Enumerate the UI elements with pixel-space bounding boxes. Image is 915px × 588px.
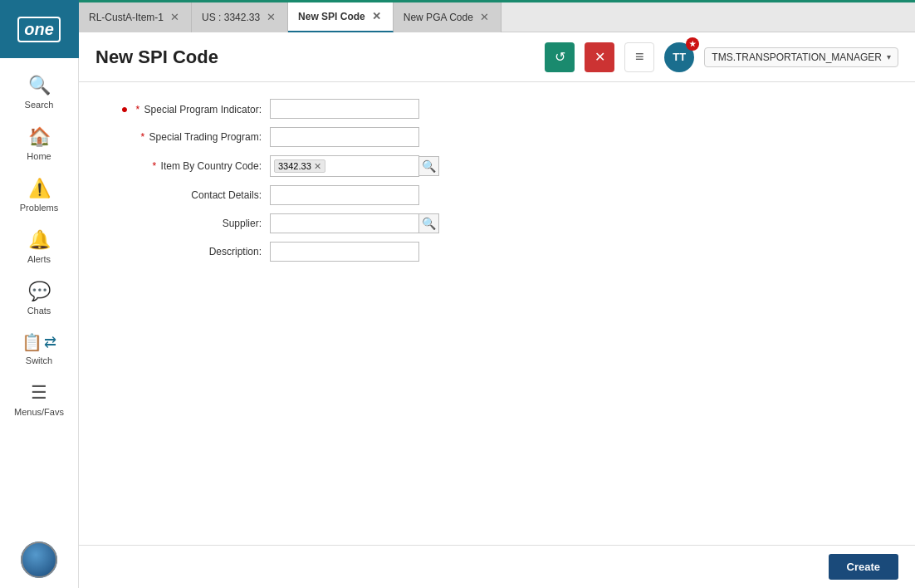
tab-label-pga: New PGA Code [404, 12, 473, 23]
label-supplier: Supplier: [104, 218, 270, 229]
contact-details-input[interactable] [270, 185, 419, 205]
content-area: ● * Special Program Indicator: * Special… [79, 82, 915, 588]
form-section: ● * Special Program Indicator: * Special… [79, 82, 915, 545]
tab-close-rl[interactable]: ✕ [169, 11, 181, 23]
tab-close-pga[interactable]: ✕ [478, 11, 491, 23]
page-title: New SPI Code [95, 47, 535, 68]
chevron-down-icon: ▾ [887, 52, 891, 61]
close-icon: ✕ [595, 49, 605, 65]
tab-label-spi: New SPI Code [298, 11, 365, 22]
menu-button[interactable]: ≡ [624, 42, 654, 72]
switch-icon-2: ⇄ [44, 333, 56, 351]
user-name: TMS.TRANSPORTATION_MANAGER [712, 51, 882, 63]
chats-icon: 💬 [28, 281, 51, 302]
sidebar-label-switch: Switch [26, 355, 52, 365]
required-star-spi: * [136, 104, 140, 115]
supplier-magnify-icon: 🔍 [422, 217, 436, 230]
sidebar-item-alerts[interactable]: 🔔 Alerts [0, 221, 78, 272]
required-star-icc: * [153, 160, 157, 172]
create-button[interactable]: Create [829, 554, 898, 580]
sidebar-item-chats[interactable]: 💬 Chats [0, 272, 78, 324]
menus-icon: ☰ [31, 382, 47, 404]
switch-icons-container: 📋 ⇄ [22, 332, 56, 352]
switch-icon-1: 📋 [22, 332, 42, 352]
error-icon-spi: ● [121, 102, 128, 115]
row-description: Description: [104, 242, 890, 262]
tab-label-rl: RL-CustA-Item-1 [89, 12, 164, 23]
label-contact-details: Contact Details: [104, 189, 270, 201]
refresh-button[interactable]: ↺ [545, 42, 575, 72]
special-trading-program-input[interactable] [270, 127, 419, 147]
tag-label: 3342.33 [278, 161, 311, 171]
alerts-icon: 🔔 [28, 229, 51, 251]
tab-new-pga[interactable]: New PGA Code ✕ [394, 2, 502, 32]
tab-label-us: US : 3342.33 [202, 12, 260, 23]
item-by-country-code-input[interactable]: 3342.33 ✕ [270, 155, 419, 177]
tab-us[interactable]: US : 3342.33 ✕ [192, 2, 288, 32]
tabs-bar: RL-CustA-Item-1 ✕ US : 3342.33 ✕ New SPI… [79, 2, 915, 32]
label-special-trading-program: * Special Trading Program: [104, 131, 270, 143]
top-header: New SPI Code ↺ ✕ ≡ TT ★ TMS.TRANSPORTATI… [79, 32, 915, 82]
tag-remove-icon[interactable]: ✕ [314, 162, 321, 171]
refresh-icon: ↺ [555, 49, 565, 65]
supplier-input[interactable] [270, 213, 419, 233]
star-badge: ★ [686, 37, 699, 51]
sidebar-item-problems[interactable]: ⚠️ Problems [0, 169, 78, 221]
label-item-by-country-code: * Item By Country Code: [104, 160, 270, 172]
tag-3342: 3342.33 ✕ [274, 159, 325, 173]
item-country-search-button[interactable]: 🔍 [419, 156, 439, 176]
menu-icon: ≡ [635, 48, 644, 66]
row-special-trading-program: * Special Trading Program: [104, 127, 890, 147]
main-content: RL-CustA-Item-1 ✕ US : 3342.33 ✕ New SPI… [79, 0, 915, 588]
required-star-stp: * [141, 131, 145, 143]
search-icon: 🔍 [28, 75, 51, 96]
sidebar-label-menus: Menus/Favs [14, 407, 64, 417]
logo-text: one [17, 17, 61, 42]
tab-close-us[interactable]: ✕ [265, 11, 277, 23]
sidebar-item-menus[interactable]: ☰ Menus/Favs [0, 374, 78, 425]
special-program-indicator-input[interactable] [270, 99, 419, 119]
sidebar-label-chats: Chats [27, 306, 51, 316]
tab-rl-custa[interactable]: RL-CustA-Item-1 ✕ [79, 2, 192, 32]
avatar-initials: TT [673, 51, 686, 63]
close-form-button[interactable]: ✕ [585, 42, 614, 72]
form-footer: Create [79, 545, 915, 588]
avatar-image [21, 541, 57, 578]
label-special-program-indicator: ● * Special Program Indicator: [104, 102, 270, 115]
user-avatar[interactable] [21, 541, 57, 578]
home-icon: 🏠 [28, 126, 51, 148]
sidebar: one 🔍 Search 🏠 Home ⚠️ Problems 🔔 Alerts… [0, 0, 79, 588]
label-description: Description: [104, 246, 270, 257]
user-dropdown[interactable]: TMS.TRANSPORTATION_MANAGER ▾ [704, 47, 898, 67]
supplier-search-button[interactable]: 🔍 [419, 213, 439, 233]
sidebar-label-search: Search [25, 100, 54, 110]
row-item-by-country-code: * Item By Country Code: 3342.33 ✕ 🔍 [104, 155, 890, 177]
problems-icon: ⚠️ [28, 178, 51, 199]
row-contact-details: Contact Details: [104, 185, 890, 205]
row-special-program-indicator: ● * Special Program Indicator: [104, 99, 890, 119]
magnify-icon: 🔍 [422, 159, 436, 173]
sidebar-item-switch[interactable]: 📋 ⇄ Switch [0, 324, 78, 374]
tab-close-spi[interactable]: ✕ [370, 10, 383, 22]
logo[interactable]: one [0, 0, 79, 58]
form-content: ● * Special Program Indicator: * Special… [79, 82, 915, 545]
sidebar-label-alerts: Alerts [27, 254, 51, 264]
sidebar-label-problems: Problems [20, 203, 58, 213]
header-avatar: TT ★ [664, 42, 694, 72]
sidebar-item-search[interactable]: 🔍 Search [0, 66, 78, 118]
sidebar-item-home[interactable]: 🏠 Home [0, 118, 78, 169]
row-supplier: Supplier: 🔍 [104, 213, 890, 233]
tab-new-spi[interactable]: New SPI Code ✕ [288, 2, 394, 32]
sidebar-label-home: Home [27, 151, 51, 161]
description-input[interactable] [270, 242, 419, 262]
